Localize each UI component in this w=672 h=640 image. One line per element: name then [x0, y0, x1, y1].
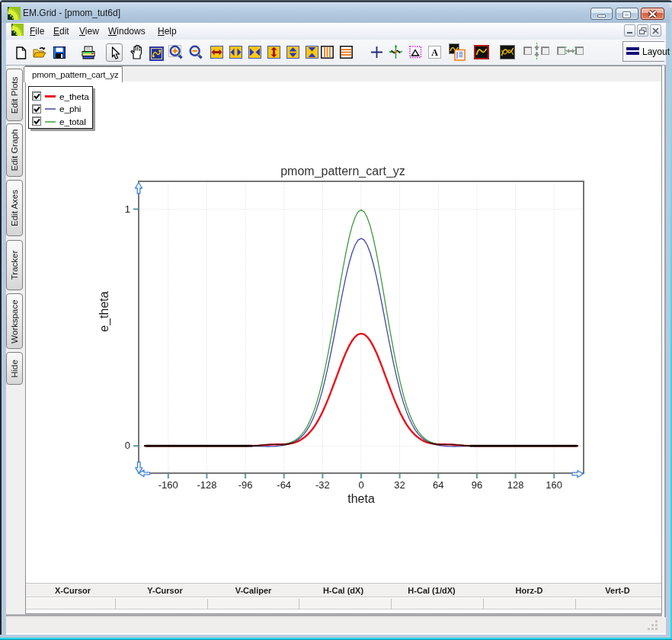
svg-text:e_theta: e_theta	[98, 291, 111, 331]
svg-text:-32: -32	[315, 479, 330, 491]
svg-text:1: 1	[125, 203, 130, 215]
svg-text:-64: -64	[277, 479, 291, 491]
svg-text:-128: -128	[197, 479, 216, 491]
svg-text:-96: -96	[238, 479, 253, 491]
svg-text:96: 96	[472, 479, 482, 491]
svg-text:pmom_pattern_cart_yz: pmom_pattern_cart_yz	[280, 165, 405, 178]
svg-text:32: 32	[394, 479, 405, 491]
svg-text:0: 0	[358, 479, 363, 491]
svg-text:128: 128	[507, 479, 524, 491]
svg-text:0: 0	[125, 440, 130, 451]
svg-text:160: 160	[546, 479, 562, 491]
svg-text:theta: theta	[347, 492, 375, 505]
svg-text:-160: -160	[158, 479, 178, 491]
svg-text:64: 64	[433, 479, 443, 491]
